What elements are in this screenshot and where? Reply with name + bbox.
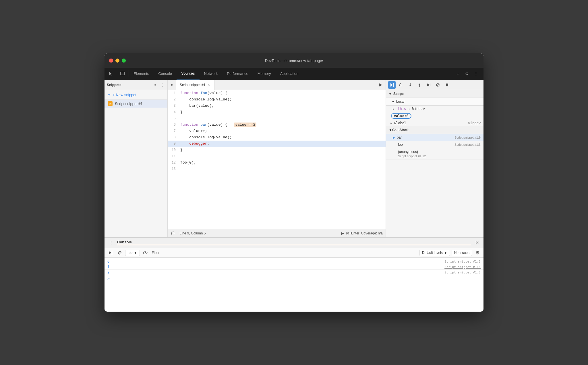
- step-button[interactable]: [425, 81, 432, 89]
- tab-network[interactable]: Network: [200, 68, 223, 79]
- scope-value-item: value : 0: [386, 112, 483, 120]
- inspect-icon[interactable]: [117, 68, 129, 79]
- log-source-2[interactable]: Script snippet #1:8: [444, 271, 481, 274]
- new-snippet-button[interactable]: + + New snippet: [105, 90, 167, 100]
- step-over-button[interactable]: [397, 81, 405, 89]
- run-play-icon: ▶: [341, 231, 344, 235]
- tab-application[interactable]: Application: [276, 68, 303, 79]
- devtools-window: DevTools - chrome://new-tab-page/ Elemen…: [105, 53, 483, 312]
- line-num-7: 7: [168, 128, 179, 134]
- close-button[interactable]: [109, 59, 113, 63]
- scope-header[interactable]: ▼ Scope: [386, 90, 483, 98]
- svg-marker-9: [409, 85, 411, 86]
- svg-rect-4: [393, 83, 394, 87]
- editor-area: Script snippet #1 ✕ 1 function foo(value…: [168, 80, 386, 237]
- callstack-active-arrow: ▶: [393, 136, 395, 139]
- deactivate-breakpoints-button[interactable]: [434, 81, 442, 89]
- tab-elements[interactable]: Elements: [129, 68, 154, 79]
- settings-icon[interactable]: ⚙: [463, 70, 471, 78]
- menu-icon[interactable]: ⋮: [159, 82, 165, 88]
- line-num-11: 11: [168, 153, 179, 160]
- line-num-3: 3: [168, 103, 179, 109]
- minimize-button[interactable]: [115, 59, 119, 63]
- editor-run-button[interactable]: [375, 80, 386, 90]
- callstack-arrow: ▼: [389, 128, 392, 132]
- code-line-1: 1 function foo(value) {: [168, 90, 386, 96]
- more-icon[interactable]: »: [152, 82, 158, 88]
- default-levels-dropdown[interactable]: Default levels ▼: [419, 250, 450, 256]
- sidebar-header-icons: » ⋮: [152, 82, 165, 88]
- tab-performance[interactable]: Performance: [222, 68, 253, 79]
- callstack-header[interactable]: ▼ Call Stack: [386, 126, 483, 134]
- svg-line-7: [400, 86, 400, 86]
- line-num-5: 5: [168, 115, 179, 122]
- editor-tab-name: Script snippet #1: [180, 83, 205, 87]
- no-issues-label: No Issues: [454, 251, 469, 255]
- console-prompt[interactable]: >: [105, 275, 483, 282]
- svg-rect-0: [121, 72, 125, 75]
- callstack-item-bar[interactable]: ▶ bar Script snippet #1:9: [386, 134, 483, 141]
- step-into-button[interactable]: [407, 81, 414, 89]
- line-content-13: [179, 166, 183, 172]
- svg-rect-17: [447, 84, 448, 86]
- this-arrow: ▶: [393, 107, 394, 110]
- global-val: Window: [468, 121, 481, 125]
- code-line-5: 5: [168, 115, 386, 122]
- line-num-12: 12: [168, 160, 179, 166]
- console-top-arrow: ▼: [134, 251, 137, 255]
- svg-point-23: [145, 252, 146, 253]
- line-num-13: 13: [168, 166, 179, 172]
- console-filter-input[interactable]: [151, 251, 418, 255]
- more-options-icon[interactable]: ⋮: [472, 70, 480, 78]
- callstack-name-anon: (anonymous): [393, 150, 418, 154]
- callstack-file-anon: Script snippet #1:12: [393, 154, 426, 158]
- run-shortcut: ⌘+Enter: [346, 231, 359, 235]
- local-scope-header[interactable]: ▼ Local: [386, 98, 483, 106]
- tab-sources[interactable]: Sources: [177, 68, 200, 79]
- tab-console[interactable]: Console: [154, 68, 177, 79]
- console-entry-1: 1 Script snippet #1:8: [105, 264, 483, 270]
- console-execute-icon[interactable]: [107, 249, 114, 257]
- value-highlight[interactable]: value : 0: [391, 113, 411, 119]
- tab-bar: Elements Console Sources Network Perform…: [105, 68, 483, 80]
- more-tabs-icon[interactable]: »: [454, 70, 462, 78]
- callstack-name-foo: foo: [393, 143, 403, 147]
- line-content-9: debugger;: [179, 141, 209, 147]
- callstack-item-foo[interactable]: foo Script snippet #1:3: [386, 141, 483, 148]
- line-num-2: 2: [168, 96, 179, 103]
- code-editor[interactable]: 1 function foo(value) { 2 console.log(va…: [168, 90, 386, 229]
- no-issues-button[interactable]: No Issues: [452, 250, 472, 256]
- callstack-title: Call Stack: [392, 128, 409, 132]
- editor-tab-bar: Script snippet #1 ✕: [168, 80, 386, 90]
- snippet-name: Script snippet #1: [115, 102, 143, 106]
- console-top-dropdown[interactable]: top ▼: [125, 250, 140, 256]
- step-out-button[interactable]: [416, 81, 423, 89]
- console-settings-icon[interactable]: ⚙: [474, 249, 481, 257]
- pause-on-exceptions-button[interactable]: [443, 81, 451, 89]
- console-close-icon[interactable]: ✕: [473, 239, 481, 246]
- tab-bar-right: » ⚙ ⋮: [454, 68, 483, 79]
- default-levels-label: Default levels: [422, 251, 443, 255]
- maximize-button[interactable]: [122, 59, 126, 63]
- tab-memory[interactable]: Memory: [253, 68, 276, 79]
- editor-tab-snippet[interactable]: Script snippet #1 ✕: [176, 80, 214, 90]
- log-source-1[interactable]: Script snippet #1:8: [444, 265, 481, 269]
- editor-tab-close[interactable]: ✕: [207, 82, 211, 87]
- resume-button[interactable]: [388, 81, 396, 89]
- scope-section: ▼ Scope ▼ Local ▶ this : Window value: [386, 90, 483, 237]
- format-icon[interactable]: {}: [171, 231, 175, 235]
- cursor-icon[interactable]: [105, 68, 117, 79]
- callstack-file-bar: Script snippet #1:9: [454, 136, 481, 139]
- global-scope-row[interactable]: ▶ Global Window: [386, 120, 483, 126]
- callstack-item-anon[interactable]: (anonymous) Script snippet #1:12: [386, 148, 483, 160]
- code-line-3: 3 bar(value);: [168, 103, 386, 109]
- scope-arrow: ▼: [389, 92, 392, 96]
- console-menu-icon[interactable]: ⋮: [107, 239, 115, 246]
- this-key: this: [398, 107, 406, 111]
- snippet-item[interactable]: JS Script snippet #1: [105, 100, 167, 108]
- console-block-icon[interactable]: [116, 249, 123, 257]
- console-eye-icon[interactable]: [142, 249, 149, 257]
- new-snippet-label: + New snippet: [113, 93, 136, 97]
- editor-nav-back[interactable]: [168, 80, 176, 90]
- log-source-0[interactable]: Script snippet #1:2: [444, 260, 481, 263]
